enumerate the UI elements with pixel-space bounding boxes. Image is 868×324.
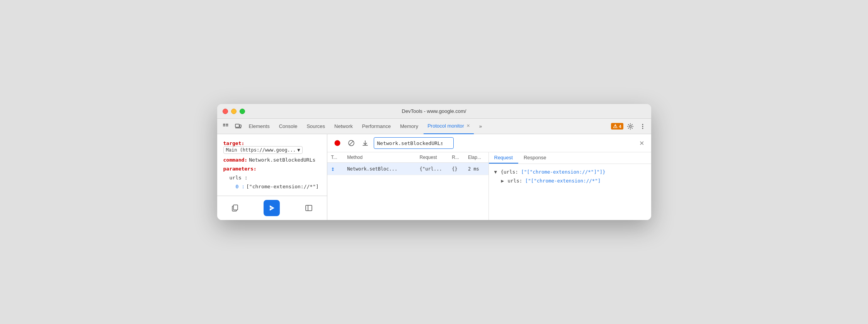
parameters-row: parameters: xyxy=(223,166,321,172)
right-panel: ✕ T... Method Request R... Elap. xyxy=(327,134,651,220)
minimize-button[interactable] xyxy=(231,109,237,114)
input-clear-icon[interactable]: ✕ xyxy=(639,140,644,147)
tree-expand-icon[interactable]: ▶ xyxy=(501,178,504,184)
maximize-button[interactable] xyxy=(240,109,245,114)
svg-rect-3 xyxy=(226,124,228,124)
tab-more[interactable]: » xyxy=(475,119,486,134)
tab-network[interactable]: Network xyxy=(330,119,357,134)
svg-line-20 xyxy=(349,141,353,145)
table-row[interactable]: ↕ Network.setBloc... {"url... {} 2 ms xyxy=(327,163,488,175)
tree-collapse-icon[interactable]: ▼ xyxy=(494,169,497,175)
svg-rect-4 xyxy=(226,124,228,125)
svg-rect-2 xyxy=(223,126,225,126)
target-row: target: Main (https://www.goog... ▼ xyxy=(223,140,321,154)
tab-elements[interactable]: Elements xyxy=(245,119,274,134)
svg-rect-5 xyxy=(226,126,228,126)
tree-root[interactable]: ▼ {urls: ["["chrome-extension://*"]"]} xyxy=(494,168,646,177)
tab-response[interactable]: Response xyxy=(518,152,552,164)
index-label: 0 : xyxy=(236,184,245,189)
col-t-header: T... xyxy=(327,152,344,163)
svg-point-12 xyxy=(642,128,643,129)
urls-label: urls : xyxy=(230,175,248,181)
command-search-input[interactable] xyxy=(374,137,454,149)
row-request-cell: {"url... xyxy=(416,163,448,175)
close-button[interactable] xyxy=(223,109,228,114)
copy-icon[interactable] xyxy=(228,201,242,215)
svg-point-11 xyxy=(642,126,643,127)
clear-icon[interactable] xyxy=(346,138,357,148)
toolbar-right: ⚠ 4 xyxy=(611,121,648,132)
row-t-cell: ↕ xyxy=(327,163,344,175)
tab-console[interactable]: Console xyxy=(275,119,301,134)
table-response-area: T... Method Request R... Elap... ↕ xyxy=(327,152,651,220)
tab-sources[interactable]: Sources xyxy=(303,119,329,134)
urls-row: urls : xyxy=(230,175,321,181)
command-form: target: Main (https://www.goog... ▼ comm… xyxy=(217,134,327,196)
sidebar-toggle-icon[interactable] xyxy=(302,201,316,215)
col-request-header: Request xyxy=(416,152,448,163)
row-r-cell: {} xyxy=(448,163,464,175)
notification-badge[interactable]: ⚠ 4 xyxy=(611,123,623,130)
left-panel: target: Main (https://www.goog... ▼ comm… xyxy=(217,134,327,220)
svg-rect-14 xyxy=(233,205,238,210)
devtools-window: DevTools - www.google.com/ Elements xyxy=(217,104,651,220)
command-label: command: xyxy=(223,157,248,163)
tab-performance[interactable]: Performance xyxy=(358,119,395,134)
svg-rect-0 xyxy=(223,124,225,124)
command-row: command: Network.setBlockedURLs xyxy=(223,157,321,163)
svg-rect-16 xyxy=(306,205,312,211)
svg-rect-1 xyxy=(223,124,225,125)
send-button[interactable] xyxy=(264,200,280,216)
request-table: T... Method Request R... Elap... ↕ xyxy=(327,152,488,175)
col-elap-header: Elap... xyxy=(464,152,488,163)
parameters-label: parameters: xyxy=(223,166,257,172)
traffic-lights xyxy=(223,109,245,114)
tab-request[interactable]: Request xyxy=(489,152,518,164)
command-value: Network.setBlockedURLs xyxy=(249,157,315,163)
settings-icon[interactable] xyxy=(625,121,636,132)
record-icon[interactable] xyxy=(332,138,343,148)
dropdown-arrow-icon: ▼ xyxy=(297,147,300,153)
target-label: target: xyxy=(223,140,245,146)
window-title: DevTools - www.google.com/ xyxy=(402,108,466,114)
request-response-tabs: Request Response xyxy=(489,152,651,164)
row-elapsed-cell: 2 ms xyxy=(464,163,488,175)
tab-memory[interactable]: Memory xyxy=(396,119,422,134)
device-toggle-icon[interactable] xyxy=(233,121,243,132)
right-toolbar: ✕ xyxy=(327,134,651,152)
main-content: target: Main (https://www.goog... ▼ comm… xyxy=(217,134,651,220)
target-select[interactable]: Main (https://www.goog... ▼ xyxy=(223,146,303,154)
response-area: Request Response ▼ {urls: ["["chrome-ext… xyxy=(489,152,651,220)
svg-marker-15 xyxy=(270,205,274,211)
command-input-wrapper: ✕ xyxy=(374,137,647,149)
tab-close-icon[interactable]: ✕ xyxy=(466,123,470,128)
table-area: T... Method Request R... Elap... ↕ xyxy=(327,152,489,220)
toolbar: Elements Console Sources Network Perform… xyxy=(217,119,651,134)
col-r-header: R... xyxy=(448,152,464,163)
more-options-icon[interactable] xyxy=(637,121,648,132)
svg-rect-7 xyxy=(240,125,241,127)
svg-point-18 xyxy=(335,140,340,146)
download-icon[interactable] xyxy=(360,138,371,148)
tree-child[interactable]: ▶ urls: ["["chrome-extension://*"] xyxy=(494,177,646,186)
left-footer xyxy=(217,196,327,220)
title-bar: DevTools - www.google.com/ xyxy=(217,104,651,119)
response-tree-panel: ▼ {urls: ["["chrome-extension://*"]"]} ▶… xyxy=(489,164,651,220)
svg-point-9 xyxy=(629,125,631,127)
tab-protocol-monitor[interactable]: Protocol monitor ✕ xyxy=(424,119,474,134)
cursor-tool-icon[interactable] xyxy=(220,121,231,132)
col-method-header: Method xyxy=(343,152,416,163)
row-method-cell: Network.setBloc... xyxy=(343,163,416,175)
svg-rect-6 xyxy=(235,124,239,127)
index-row: 0 : ["chrome-extension://*"] xyxy=(236,184,321,189)
index-value: ["chrome-extension://*"] xyxy=(246,184,319,189)
svg-point-10 xyxy=(642,124,643,125)
table-header-row: T... Method Request R... Elap... xyxy=(327,152,488,163)
